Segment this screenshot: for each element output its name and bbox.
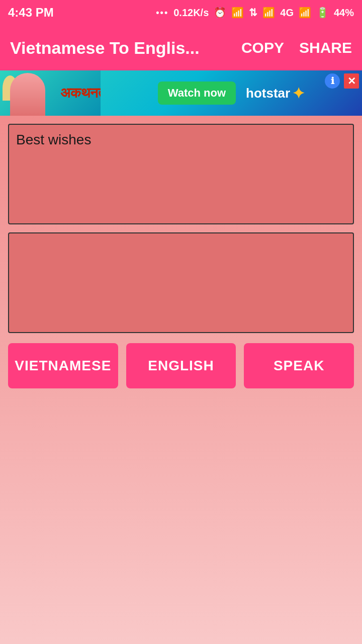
copy-button[interactable]: COPY [241,39,284,56]
ad-right-section: Watch now hotstar ✦ [101,82,362,105]
status-right: ••• 0.12K/s ⏰ 📶 ⇅ 📶 4G 📶 🔋 44% [156,7,354,19]
signal-icon-2: 📶 [299,7,311,19]
speed-indicator: 0.12K/s [173,7,209,19]
signal-icon: 📶 [262,7,275,19]
vietnamese-button[interactable]: VIETNAMESE [8,343,118,388]
ad-info-button[interactable]: ℹ [325,73,340,89]
info-icon: ℹ [331,75,334,87]
speak-button[interactable]: SPEAK [244,343,354,388]
main-content: Best wishes VIETNAMESE ENGLISH SPEAK [0,116,362,396]
ad-banner: अकथनत Watch now hotstar ✦ ℹ ✕ [0,70,362,116]
ad-image-left: अकथनत [0,70,101,116]
toolbar-actions: COPY SHARE [241,39,352,56]
ad-person-image [10,73,45,116]
wifi-icon: 📶 [231,7,244,19]
alarm-icon: ⏰ [214,7,226,19]
share-button[interactable]: SHARE [299,39,352,56]
battery-percentage: 44% [334,7,354,19]
network-type: 4G [280,7,294,19]
battery-icon: 🔋 [316,7,329,19]
app-title: Vietnamese To Englis... [10,38,241,58]
toolbar: Vietnamese To Englis... COPY SHARE [0,25,362,70]
output-text-area[interactable] [8,232,354,333]
status-left: 4:43 PM [8,6,54,20]
close-icon: ✕ [347,75,356,87]
hotstar-logo: hotstar ✦ [246,85,305,102]
status-time: 4:43 PM [8,6,54,20]
data-transfer-icon: ⇅ [249,7,257,19]
ad-hindi-text: अकथनत [60,85,101,102]
input-text-area[interactable]: Best wishes [8,124,354,224]
action-buttons-row: VIETNAMESE ENGLISH SPEAK [8,343,354,388]
watch-now-button[interactable]: Watch now [158,82,236,105]
background-filler [0,396,362,598]
english-button[interactable]: ENGLISH [126,343,236,388]
status-bar: 4:43 PM ••• 0.12K/s ⏰ 📶 ⇅ 📶 4G 📶 🔋 44% [0,0,362,25]
ad-close-button[interactable]: ✕ [344,73,359,89]
hotstar-star-icon: ✦ [292,85,305,102]
signal-dots: ••• [156,8,168,18]
hotstar-text: hotstar [246,86,290,101]
